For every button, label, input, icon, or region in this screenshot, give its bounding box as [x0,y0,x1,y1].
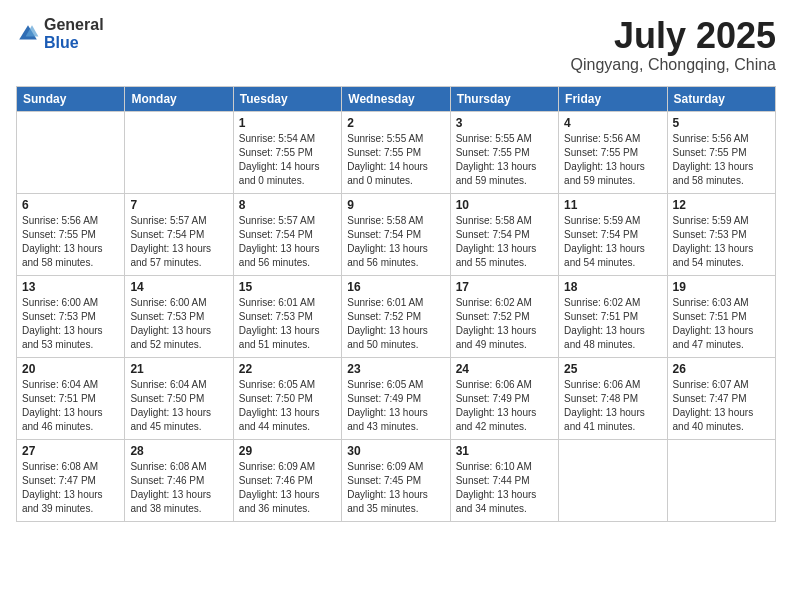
cell-day-number: 1 [239,116,336,130]
cell-info: Sunrise: 5:58 AMSunset: 7:54 PMDaylight:… [347,214,444,270]
cell-day-number: 11 [564,198,661,212]
page-header: General Blue July 2025 Qingyang, Chongqi… [16,16,776,74]
cell-day-number: 8 [239,198,336,212]
cell-day-number: 3 [456,116,553,130]
cell-day-number: 25 [564,362,661,376]
cell-day-number: 2 [347,116,444,130]
cell-info: Sunrise: 5:59 AMSunset: 7:54 PMDaylight:… [564,214,661,270]
logo-general-text: General [44,16,104,33]
logo-icon [16,22,40,46]
calendar-cell: 17Sunrise: 6:02 AMSunset: 7:52 PMDayligh… [450,275,558,357]
cell-info: Sunrise: 5:56 AMSunset: 7:55 PMDaylight:… [673,132,770,188]
calendar-cell: 1Sunrise: 5:54 AMSunset: 7:55 PMDaylight… [233,111,341,193]
calendar-cell: 30Sunrise: 6:09 AMSunset: 7:45 PMDayligh… [342,439,450,521]
cell-day-number: 24 [456,362,553,376]
calendar-cell: 18Sunrise: 6:02 AMSunset: 7:51 PMDayligh… [559,275,667,357]
calendar-cell: 28Sunrise: 6:08 AMSunset: 7:46 PMDayligh… [125,439,233,521]
calendar-cell: 20Sunrise: 6:04 AMSunset: 7:51 PMDayligh… [17,357,125,439]
logo-blue-text: Blue [44,34,79,51]
location-subtitle: Qingyang, Chongqing, China [571,56,776,74]
week-row-5: 27Sunrise: 6:08 AMSunset: 7:47 PMDayligh… [17,439,776,521]
cell-info: Sunrise: 6:09 AMSunset: 7:46 PMDaylight:… [239,460,336,516]
cell-info: Sunrise: 6:07 AMSunset: 7:47 PMDaylight:… [673,378,770,434]
cell-info: Sunrise: 6:06 AMSunset: 7:48 PMDaylight:… [564,378,661,434]
cell-info: Sunrise: 5:58 AMSunset: 7:54 PMDaylight:… [456,214,553,270]
calendar-cell: 19Sunrise: 6:03 AMSunset: 7:51 PMDayligh… [667,275,775,357]
cell-info: Sunrise: 6:05 AMSunset: 7:50 PMDaylight:… [239,378,336,434]
week-row-1: 1Sunrise: 5:54 AMSunset: 7:55 PMDaylight… [17,111,776,193]
week-row-4: 20Sunrise: 6:04 AMSunset: 7:51 PMDayligh… [17,357,776,439]
cell-day-number: 28 [130,444,227,458]
cell-day-number: 13 [22,280,119,294]
cell-info: Sunrise: 6:08 AMSunset: 7:47 PMDaylight:… [22,460,119,516]
logo: General Blue [16,16,104,52]
cell-info: Sunrise: 6:05 AMSunset: 7:49 PMDaylight:… [347,378,444,434]
cell-day-number: 12 [673,198,770,212]
cell-day-number: 27 [22,444,119,458]
calendar-cell [559,439,667,521]
calendar-cell: 10Sunrise: 5:58 AMSunset: 7:54 PMDayligh… [450,193,558,275]
calendar-cell: 9Sunrise: 5:58 AMSunset: 7:54 PMDaylight… [342,193,450,275]
cell-day-number: 15 [239,280,336,294]
week-row-2: 6Sunrise: 5:56 AMSunset: 7:55 PMDaylight… [17,193,776,275]
cell-day-number: 4 [564,116,661,130]
calendar-cell: 4Sunrise: 5:56 AMSunset: 7:55 PMDaylight… [559,111,667,193]
calendar-cell: 22Sunrise: 6:05 AMSunset: 7:50 PMDayligh… [233,357,341,439]
cell-info: Sunrise: 5:56 AMSunset: 7:55 PMDaylight:… [22,214,119,270]
cell-day-number: 5 [673,116,770,130]
cell-info: Sunrise: 6:00 AMSunset: 7:53 PMDaylight:… [130,296,227,352]
cell-info: Sunrise: 6:06 AMSunset: 7:49 PMDaylight:… [456,378,553,434]
week-row-3: 13Sunrise: 6:00 AMSunset: 7:53 PMDayligh… [17,275,776,357]
calendar-cell: 6Sunrise: 5:56 AMSunset: 7:55 PMDaylight… [17,193,125,275]
column-header-monday: Monday [125,86,233,111]
cell-day-number: 17 [456,280,553,294]
cell-day-number: 14 [130,280,227,294]
cell-day-number: 26 [673,362,770,376]
cell-info: Sunrise: 6:09 AMSunset: 7:45 PMDaylight:… [347,460,444,516]
title-block: July 2025 Qingyang, Chongqing, China [571,16,776,74]
cell-day-number: 9 [347,198,444,212]
calendar-cell: 23Sunrise: 6:05 AMSunset: 7:49 PMDayligh… [342,357,450,439]
cell-day-number: 6 [22,198,119,212]
column-header-tuesday: Tuesday [233,86,341,111]
cell-info: Sunrise: 6:01 AMSunset: 7:52 PMDaylight:… [347,296,444,352]
calendar-cell: 29Sunrise: 6:09 AMSunset: 7:46 PMDayligh… [233,439,341,521]
calendar-cell: 21Sunrise: 6:04 AMSunset: 7:50 PMDayligh… [125,357,233,439]
cell-day-number: 29 [239,444,336,458]
calendar-cell: 16Sunrise: 6:01 AMSunset: 7:52 PMDayligh… [342,275,450,357]
cell-info: Sunrise: 5:57 AMSunset: 7:54 PMDaylight:… [239,214,336,270]
column-header-wednesday: Wednesday [342,86,450,111]
cell-info: Sunrise: 5:57 AMSunset: 7:54 PMDaylight:… [130,214,227,270]
calendar-cell: 12Sunrise: 5:59 AMSunset: 7:53 PMDayligh… [667,193,775,275]
column-header-saturday: Saturday [667,86,775,111]
cell-info: Sunrise: 6:02 AMSunset: 7:52 PMDaylight:… [456,296,553,352]
cell-day-number: 30 [347,444,444,458]
cell-info: Sunrise: 6:02 AMSunset: 7:51 PMDaylight:… [564,296,661,352]
cell-day-number: 20 [22,362,119,376]
cell-info: Sunrise: 6:01 AMSunset: 7:53 PMDaylight:… [239,296,336,352]
calendar-table: SundayMondayTuesdayWednesdayThursdayFrid… [16,86,776,522]
calendar-cell: 3Sunrise: 5:55 AMSunset: 7:55 PMDaylight… [450,111,558,193]
calendar-cell: 11Sunrise: 5:59 AMSunset: 7:54 PMDayligh… [559,193,667,275]
cell-info: Sunrise: 5:56 AMSunset: 7:55 PMDaylight:… [564,132,661,188]
cell-day-number: 18 [564,280,661,294]
calendar-cell [17,111,125,193]
calendar-cell [667,439,775,521]
calendar-cell: 25Sunrise: 6:06 AMSunset: 7:48 PMDayligh… [559,357,667,439]
calendar-cell: 13Sunrise: 6:00 AMSunset: 7:53 PMDayligh… [17,275,125,357]
cell-info: Sunrise: 5:55 AMSunset: 7:55 PMDaylight:… [456,132,553,188]
calendar-cell: 8Sunrise: 5:57 AMSunset: 7:54 PMDaylight… [233,193,341,275]
cell-day-number: 16 [347,280,444,294]
calendar-cell: 5Sunrise: 5:56 AMSunset: 7:55 PMDaylight… [667,111,775,193]
calendar-cell: 14Sunrise: 6:00 AMSunset: 7:53 PMDayligh… [125,275,233,357]
month-year-title: July 2025 [571,16,776,56]
cell-day-number: 7 [130,198,227,212]
calendar-cell: 26Sunrise: 6:07 AMSunset: 7:47 PMDayligh… [667,357,775,439]
column-header-thursday: Thursday [450,86,558,111]
cell-day-number: 10 [456,198,553,212]
cell-day-number: 31 [456,444,553,458]
calendar-cell: 15Sunrise: 6:01 AMSunset: 7:53 PMDayligh… [233,275,341,357]
cell-info: Sunrise: 6:00 AMSunset: 7:53 PMDaylight:… [22,296,119,352]
cell-info: Sunrise: 6:08 AMSunset: 7:46 PMDaylight:… [130,460,227,516]
cell-day-number: 21 [130,362,227,376]
